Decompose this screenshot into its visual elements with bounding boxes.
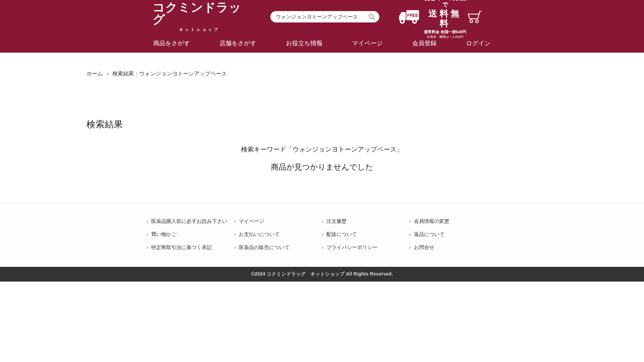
footer-link-label: マイページ — [239, 218, 264, 225]
free-shipping-truck-icon: FREE — [398, 9, 420, 24]
footer-link-medicine-notice[interactable]: 医薬品購入前に必ずお読み下さい — [147, 218, 234, 225]
copyright-text: ©2024 コクミンドラッグ ネットショップ All Rights Reserv… — [251, 271, 393, 277]
footer-link-label: プライバシーポリシー — [326, 244, 378, 251]
arrow-right-icon — [234, 246, 236, 249]
nav-item-stores[interactable]: 店舗をさがす — [219, 37, 257, 49]
arrow-right-icon — [147, 233, 149, 236]
footer-links: 医薬品購入前に必ずお読み下さい 買い物かご 特定商取引法に基づく表記 マイページ… — [147, 203, 497, 267]
footer-link-label: お支払いについて — [239, 231, 280, 238]
no-results-message: 商品が見つかりませんでした — [0, 162, 644, 172]
nav-item-login[interactable]: ログイン — [465, 37, 491, 49]
arrow-right-icon — [410, 233, 411, 236]
page-title: 検索結果 — [87, 118, 644, 130]
free-badge-text: FREE — [407, 13, 418, 18]
arrow-right-icon — [322, 246, 324, 249]
shipping-normal-fee: 通常料金 全国一律540円 — [424, 30, 467, 34]
arrow-right-icon — [322, 220, 324, 223]
footer-link-label: 買い物かご — [151, 231, 177, 238]
footer-column-2: マイページ お支払いについて 医薬品の販売について — [234, 218, 322, 257]
free-shipping-banner: FREE 税込3,000円以上で 送料無料 通常料金 全国一律540円 北海道・… — [398, 0, 467, 39]
cart-button[interactable] — [467, 10, 482, 24]
footer-link-contact[interactable]: お問合せ — [410, 244, 497, 251]
footer-link-label: 配送について — [326, 231, 357, 238]
footer-column-3: 注文履歴 配送について プライバシーポリシー — [322, 218, 410, 257]
footer-column-4: 会員情報の変更 返品について お問合せ — [410, 218, 497, 257]
header-top: コクミンドラッグ ネットショップ FREE 税込3,000円以上で — [153, 0, 491, 34]
cart-icon — [467, 10, 482, 24]
site-logo[interactable]: コクミンドラッグ ネットショップ — [153, 1, 246, 32]
footer-link-mypage[interactable]: マイページ — [234, 218, 322, 225]
nav-item-products[interactable]: 商品をさがす — [153, 37, 191, 49]
footer-link-delivery[interactable]: 配送について — [322, 231, 410, 238]
footer-link-member-info[interactable]: 会員情報の変更 — [410, 218, 497, 225]
arrow-right-icon — [147, 220, 149, 223]
footer-link-label: お問合せ — [414, 244, 434, 251]
search-icon[interactable] — [368, 13, 375, 20]
footer-link-order-history[interactable]: 注文履歴 — [322, 218, 410, 225]
search-keyword-message: 検索キーワード「ウォンジョンヨトーンアップベース」 — [0, 145, 644, 154]
shipping-remote-fee: 北海道・離島は＋1,000円 — [424, 35, 467, 39]
footer-link-privacy-policy[interactable]: プライバシーポリシー — [322, 244, 410, 251]
breadcrumb: ホーム > 検索結果：ウォンジョンヨトーンアップベース — [87, 70, 644, 77]
breadcrumb-home-link[interactable]: ホーム — [87, 70, 103, 77]
footer-link-label: 医薬品の販売について — [239, 244, 290, 251]
nav-item-info[interactable]: お役立ち情報 — [285, 37, 323, 49]
shipping-text: 税込3,000円以上で 送料無料 通常料金 全国一律540円 北海道・離島は＋1… — [424, 0, 467, 39]
site-footer: 医薬品購入前に必ずお読み下さい 買い物かご 特定商取引法に基づく表記 マイページ… — [0, 203, 644, 282]
footer-link-commercial-law[interactable]: 特定商取引法に基づく表記 — [147, 244, 234, 251]
shipping-threshold: 税込3,000円以上で — [424, 0, 467, 8]
arrow-right-icon — [410, 220, 411, 223]
footer-link-label: 会員情報の変更 — [414, 218, 449, 225]
breadcrumb-separator: > — [106, 71, 109, 77]
arrow-right-icon — [234, 233, 236, 236]
logo-title: コクミンドラッグ — [153, 1, 246, 25]
footer-link-label: 特定商取引法に基づく表記 — [151, 244, 212, 251]
arrow-right-icon — [410, 246, 411, 249]
arrow-right-icon — [322, 233, 324, 236]
nav-item-register[interactable]: 会員登録 — [412, 37, 437, 49]
footer-link-cart[interactable]: 買い物かご — [147, 231, 234, 238]
site-header: コクミンドラッグ ネットショップ FREE 税込3,000円以上で — [0, 0, 644, 53]
footer-link-returns[interactable]: 返品について — [410, 231, 497, 238]
breadcrumb-current: 検索結果：ウォンジョンヨトーンアップベース — [112, 70, 227, 77]
footer-link-medicine-sales[interactable]: 医薬品の販売について — [234, 244, 322, 251]
footer-link-label: 注文履歴 — [326, 218, 346, 225]
footer-link-label: 返品について — [414, 231, 444, 238]
copyright-bar: ©2024 コクミンドラッグ ネットショップ All Rights Reserv… — [0, 267, 644, 282]
footer-link-label: 医薬品購入前に必ずお読み下さい — [151, 218, 227, 225]
arrow-right-icon — [147, 246, 149, 249]
logo-subtitle: ネットショップ — [179, 27, 220, 32]
main-content: 検索結果 検索キーワード「ウォンジョンヨトーンアップベース」 商品が見つかりませ… — [0, 118, 644, 172]
footer-column-1: 医薬品購入前に必ずお読み下さい 買い物かご 特定商取引法に基づく表記 — [147, 218, 234, 257]
search-box — [270, 11, 379, 22]
shipping-free-label: 送料無料 — [424, 9, 467, 29]
search-input[interactable] — [276, 14, 368, 20]
arrow-right-icon — [234, 220, 236, 223]
nav-item-mypage[interactable]: マイページ — [351, 37, 383, 49]
footer-link-payment[interactable]: お支払いについて — [234, 231, 322, 238]
